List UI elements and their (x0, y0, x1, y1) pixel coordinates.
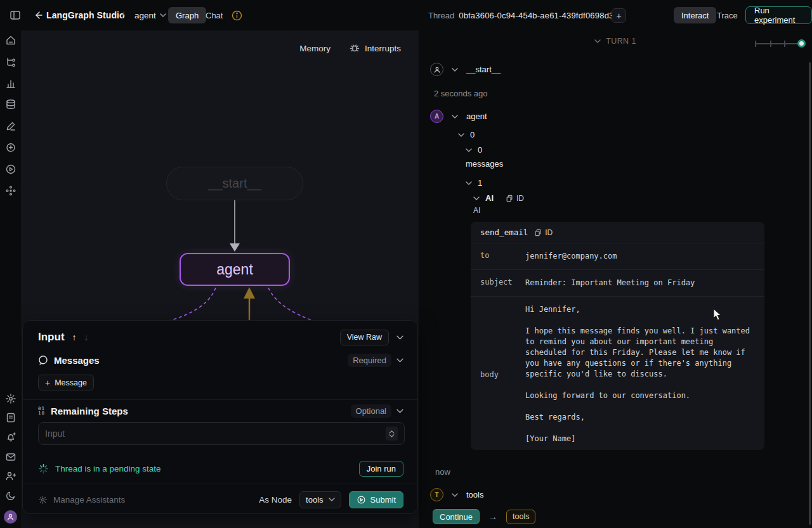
remaining-steps-input[interactable] (45, 428, 386, 439)
dark-mode-moon-icon[interactable] (4, 489, 16, 501)
plus-icon: + (45, 378, 50, 388)
add-message-button[interactable]: + Message (38, 375, 94, 390)
input-panel-title: Input (38, 331, 65, 344)
tree-node-0-0-label: 0 (478, 145, 482, 155)
tool-call-card: send_email ID to jennifer@company.com su… (471, 222, 764, 450)
tab-chat[interactable]: Chat (198, 7, 230, 23)
tools-avatar: T (430, 488, 443, 501)
play-circle-icon[interactable] (4, 163, 16, 175)
chevron-down-icon[interactable] (452, 493, 458, 497)
binary-icon: 01 10 (38, 406, 45, 415)
tree-message-1[interactable]: 1 (466, 178, 482, 188)
event-agent-name: agent (466, 112, 487, 121)
submit-label: Submit (370, 495, 396, 505)
notes-icon[interactable] (4, 411, 16, 423)
gear-icon (38, 495, 48, 505)
memory-button[interactable]: Memory (299, 44, 331, 53)
node-select-dropdown[interactable]: tools (299, 491, 341, 508)
tab-trace[interactable]: Trace (709, 7, 745, 23)
chevron-down-icon (160, 13, 166, 17)
event-tools-name: tools (466, 490, 483, 499)
tool-arg-row-subject: subject Reminder: Important Meeting on F… (471, 270, 764, 297)
back-arrow-icon[interactable] (30, 0, 46, 30)
continue-target-badge[interactable]: tools (506, 510, 535, 524)
input-panel: Input ↑ ↓ View Raw Messages Required + M… (22, 320, 418, 514)
tool-call-header: send_email ID (471, 222, 764, 243)
history-slider[interactable] (755, 39, 806, 48)
arg-key: to (480, 251, 525, 262)
graph-selector[interactable]: agent (134, 0, 166, 30)
interrupts-label: Interrupts (365, 44, 401, 53)
tree-message-type-row[interactable]: AI ID (473, 193, 524, 203)
number-stepper[interactable] (386, 427, 398, 441)
submit-button[interactable]: Submit (349, 491, 403, 508)
timeline-scrollbar[interactable] (809, 62, 811, 525)
chevron-down-icon[interactable] (452, 115, 458, 119)
bar-chart-icon[interactable] (4, 77, 16, 89)
move-down-icon[interactable]: ↓ (84, 332, 89, 342)
thread-selector[interactable]: Thread 0bfa3606-0c94-454b-ae61-439fdf069… (428, 0, 625, 30)
move-up-icon[interactable]: ↑ (72, 332, 77, 342)
chevron-down-icon[interactable] (396, 335, 403, 340)
new-thread-button[interactable]: + (612, 8, 626, 23)
continue-button[interactable]: Continue (433, 509, 480, 524)
bell-plus-icon[interactable] (4, 431, 16, 443)
user-avatar[interactable] (4, 510, 17, 524)
chevron-down-icon[interactable] (452, 68, 458, 72)
home-icon[interactable] (4, 34, 16, 46)
tree-message-1-label: 1 (478, 178, 482, 188)
arg-value: Reminder: Important Meeting on Friday (525, 278, 695, 288)
message-bubble-icon (38, 355, 48, 365)
settings-gear-icon[interactable] (4, 392, 16, 404)
interrupts-button[interactable]: Interrupts (350, 43, 401, 53)
event-agent[interactable]: A agent (430, 110, 487, 123)
remaining-steps-requirement[interactable]: Optional (351, 404, 403, 418)
arg-value: jennifer@company.com (525, 251, 617, 262)
app-title: LangGraph Studio (46, 0, 125, 30)
event-start[interactable]: __start__ (430, 63, 501, 76)
tree-node-0-label: 0 (470, 130, 475, 139)
tree-node-0[interactable]: 0 (458, 130, 475, 139)
arrow-right-icon: → (488, 512, 497, 522)
messages-requirement-label: Required (348, 354, 391, 367)
workflow-icon[interactable] (4, 56, 16, 68)
join-run-button[interactable]: Join run (359, 461, 403, 477)
tree-node-0-0[interactable]: 0 (466, 145, 482, 155)
copy-id-button[interactable]: ID (506, 194, 524, 203)
chevron-down-icon (396, 358, 403, 363)
thread-id: 0bfa3606-0c94-454b-ae61-439fdf0698d3 (459, 11, 613, 20)
event-start-timestamp: 2 seconds ago (434, 89, 488, 98)
breadcrumb-separator: / (122, 0, 124, 30)
sidebar-toggle-icon[interactable] (6, 0, 24, 30)
copy-icon (506, 195, 513, 202)
chevron-down-icon (466, 181, 472, 185)
turn-header[interactable]: TURN 1 (419, 37, 812, 46)
user-plus-icon[interactable] (4, 470, 16, 482)
mail-icon[interactable] (4, 451, 16, 463)
arg-key: subject (480, 278, 525, 288)
messages-requirement[interactable]: Required (348, 354, 403, 367)
event-tools[interactable]: T tools (430, 488, 483, 501)
id-label: ID (516, 194, 524, 203)
graph-node-start[interactable]: __start__ (166, 167, 303, 200)
copy-tool-id-button[interactable]: ID (534, 228, 553, 237)
edit-pencil-icon[interactable] (4, 120, 16, 132)
message-plus-icon[interactable] (4, 141, 16, 153)
chevron-down-icon (466, 148, 472, 152)
chevron-down-icon (396, 409, 403, 413)
manage-assistants-button[interactable]: Manage Assistants (53, 495, 125, 505)
langgraph-nodes-icon[interactable] (4, 184, 16, 196)
left-icon-sidebar (0, 30, 21, 528)
view-raw-button[interactable]: View Raw (340, 330, 389, 345)
tool-arg-row-to: to jennifer@company.com (471, 243, 764, 270)
slider-knob[interactable] (797, 39, 806, 48)
run-experiment-button[interactable]: Run experiment (745, 6, 812, 24)
copy-icon (534, 229, 542, 236)
agent-avatar: A (430, 110, 443, 123)
user-avatar-icon (430, 63, 443, 76)
database-icon[interactable] (4, 98, 16, 110)
info-icon[interactable] (228, 0, 245, 30)
chevron-down-icon (458, 133, 464, 137)
message-type-label: AI (485, 193, 494, 203)
graph-node-agent[interactable]: agent (180, 253, 290, 286)
